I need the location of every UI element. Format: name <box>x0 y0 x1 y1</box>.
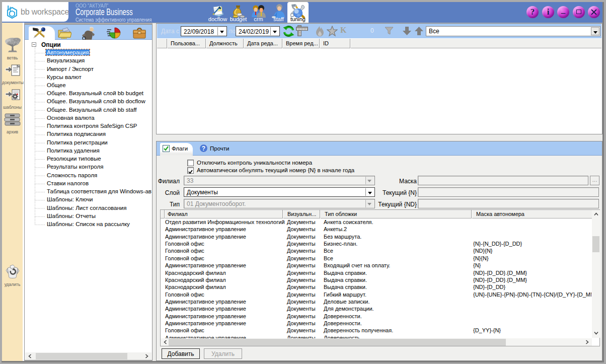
svg-text:?: ? <box>202 145 205 152</box>
